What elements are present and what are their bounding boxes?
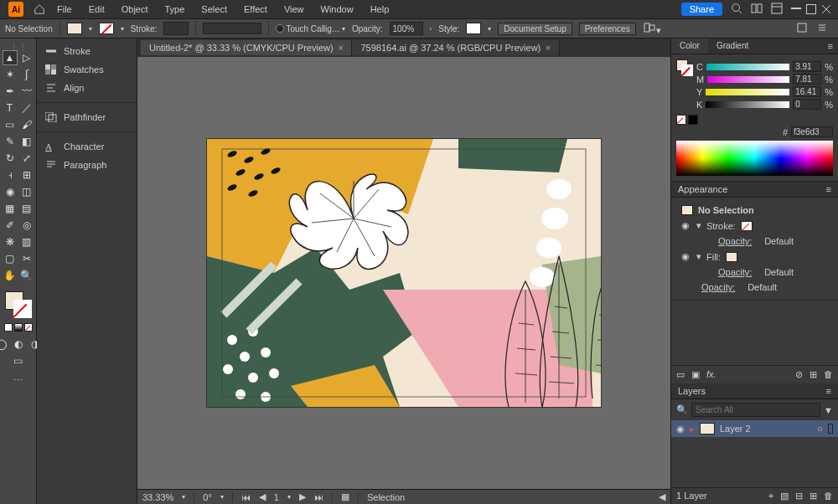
c-slider[interactable] — [706, 64, 789, 70]
panel-character[interactable]: ACharacter — [37, 137, 137, 156]
color-spectrum[interactable] — [676, 141, 833, 176]
eyedropper-tool[interactable]: ✐ — [3, 218, 18, 233]
layer-search-input[interactable] — [691, 403, 820, 417]
fill-stroke-control[interactable] — [3, 290, 34, 320]
align-to-icon[interactable]: ▾ — [643, 22, 661, 36]
rotate-view[interactable]: 0° — [203, 492, 212, 502]
scroll-left-icon[interactable]: ◀ — [659, 491, 665, 502]
stroke-swatch[interactable] — [99, 23, 114, 34]
artboard-nav-prev[interactable]: ◀ — [259, 491, 266, 502]
visibility-icon[interactable]: ◉ — [681, 251, 691, 262]
rectangle-tool[interactable]: ▭ — [3, 117, 18, 132]
scale-tool[interactable]: ⤢ — [19, 151, 34, 166]
transform-icon[interactable] — [796, 22, 808, 35]
visibility-icon[interactable]: ◉ — [681, 220, 691, 231]
artboard-nav-last[interactable]: ⏭ — [314, 492, 323, 502]
expand-icon[interactable]: ▾ — [696, 220, 701, 231]
menu-file[interactable]: File — [50, 3, 79, 16]
c-input[interactable] — [793, 61, 821, 72]
lasso-tool[interactable]: ʃ — [19, 67, 34, 82]
new-sublayer-icon[interactable]: ⊟ — [795, 491, 803, 501]
panel-paragraph[interactable]: Paragraph — [37, 156, 137, 174]
tab-close-icon[interactable]: × — [339, 44, 344, 53]
home-icon[interactable] — [32, 2, 47, 17]
direct-selection-tool[interactable]: ▷ — [19, 50, 34, 65]
stroke-weight-input[interactable] — [163, 22, 189, 35]
k-input[interactable] — [793, 99, 821, 110]
canvas[interactable] — [137, 57, 670, 489]
essentials-icon[interactable] — [816, 22, 828, 35]
document-tab[interactable]: 7598164.ai @ 37.24 % (RGB/CPU Preview)× — [352, 40, 560, 55]
artboard-number[interactable]: 1 — [274, 492, 279, 502]
type-tool[interactable]: T — [3, 100, 18, 116]
expand-layer-icon[interactable]: ▸ — [690, 424, 695, 435]
paintbrush-tool[interactable]: 🖌 — [19, 117, 34, 132]
preferences-button[interactable]: Preferences — [579, 23, 636, 35]
draw-normal-icon[interactable]: ◯ — [0, 337, 9, 352]
screen-mode-icon[interactable]: ▭ — [11, 353, 26, 368]
line-tool[interactable]: ／ — [19, 100, 34, 116]
make-clip-icon[interactable]: ▧ — [780, 491, 789, 501]
slice-tool[interactable]: ✂ — [19, 251, 34, 266]
color-mode-none[interactable] — [24, 323, 33, 332]
arrange-icon[interactable] — [751, 3, 763, 16]
width-tool[interactable]: ⫞ — [3, 167, 18, 183]
m-input[interactable] — [793, 74, 821, 85]
eraser-tool[interactable]: ◧ — [19, 134, 34, 149]
panel-swatches[interactable]: Swatches — [37, 60, 137, 79]
panel-pathfinder[interactable]: Pathfinder — [37, 108, 137, 126]
filter-icon[interactable]: ▼ — [824, 405, 833, 415]
selection-tool[interactable]: ▲ — [3, 50, 18, 65]
new-layer-icon[interactable]: ⊞ — [810, 491, 817, 501]
appearance-stroke-swatch[interactable] — [741, 221, 753, 231]
y-input[interactable] — [793, 86, 821, 97]
artboard-nav-next[interactable]: ▶ — [299, 491, 306, 502]
k-slider[interactable] — [706, 101, 789, 108]
graph-tool[interactable]: ▥ — [19, 234, 34, 249]
document-tab-active[interactable]: Untitled-2* @ 33.33 % (CMYK/CPU Preview)… — [141, 40, 352, 55]
locate-layer-icon[interactable]: ⌖ — [768, 491, 773, 501]
share-button[interactable]: Share — [681, 3, 722, 16]
menu-type[interactable]: Type — [158, 3, 192, 16]
zoom-level[interactable]: 33.33% — [142, 492, 173, 502]
artboard-tool[interactable]: ▢ — [3, 251, 18, 266]
document-setup-button[interactable]: Document Setup — [498, 23, 572, 35]
artboard-tool-shortcut[interactable]: ▦ — [341, 491, 349, 502]
expand-icon[interactable]: ▾ — [696, 251, 701, 262]
magic-wand-tool[interactable]: ✶ — [3, 67, 18, 82]
panel-menu-icon[interactable]: ≡ — [823, 39, 838, 54]
minimize-icon[interactable] — [791, 4, 801, 9]
curvature-tool[interactable]: 〰 — [19, 84, 34, 99]
zoom-tool[interactable]: 🔍 — [19, 268, 34, 283]
visibility-icon[interactable]: ◉ — [676, 424, 685, 435]
symbol-sprayer-tool[interactable]: ❋ — [3, 234, 18, 249]
edit-toolbar-icon[interactable]: ⋯ — [13, 375, 23, 385]
draw-behind-icon[interactable]: ◐ — [11, 337, 26, 352]
brush-definition[interactable] — [203, 23, 261, 34]
menu-edit[interactable]: Edit — [82, 3, 111, 16]
menu-help[interactable]: Help — [364, 3, 396, 16]
menu-view[interactable]: View — [277, 3, 311, 16]
tab-gradient[interactable]: Gradient — [708, 39, 757, 54]
search-icon[interactable] — [731, 3, 742, 16]
pen-tool[interactable]: ✒ — [3, 84, 18, 99]
tab-color[interactable]: Color — [671, 39, 708, 54]
menu-select[interactable]: Select — [194, 3, 234, 16]
black-color-icon[interactable] — [688, 115, 698, 125]
layer-name[interactable]: Layer 2 — [720, 424, 751, 434]
shaper-tool[interactable]: ✎ — [3, 134, 18, 149]
clear-icon[interactable]: ⊘ — [795, 369, 803, 380]
fill-swatch[interactable] — [67, 23, 82, 34]
duplicate-icon[interactable]: ⊞ — [810, 369, 817, 380]
layer-row[interactable]: ◉ ▸ Layer 2 ○ — [671, 420, 838, 437]
workspace-icon[interactable] — [771, 3, 783, 16]
menu-object[interactable]: Object — [115, 3, 155, 16]
blend-tool[interactable]: ◎ — [19, 218, 34, 233]
color-mode-solid[interactable] — [4, 323, 13, 332]
shape-builder-tool[interactable]: ◉ — [3, 184, 18, 199]
rotate-tool[interactable]: ↻ — [3, 151, 18, 166]
color-preview[interactable] — [676, 59, 693, 108]
panel-align[interactable]: Align — [37, 79, 137, 97]
delete-layer-icon[interactable]: 🗑 — [824, 491, 833, 501]
panel-stroke[interactable]: Stroke — [37, 42, 137, 60]
